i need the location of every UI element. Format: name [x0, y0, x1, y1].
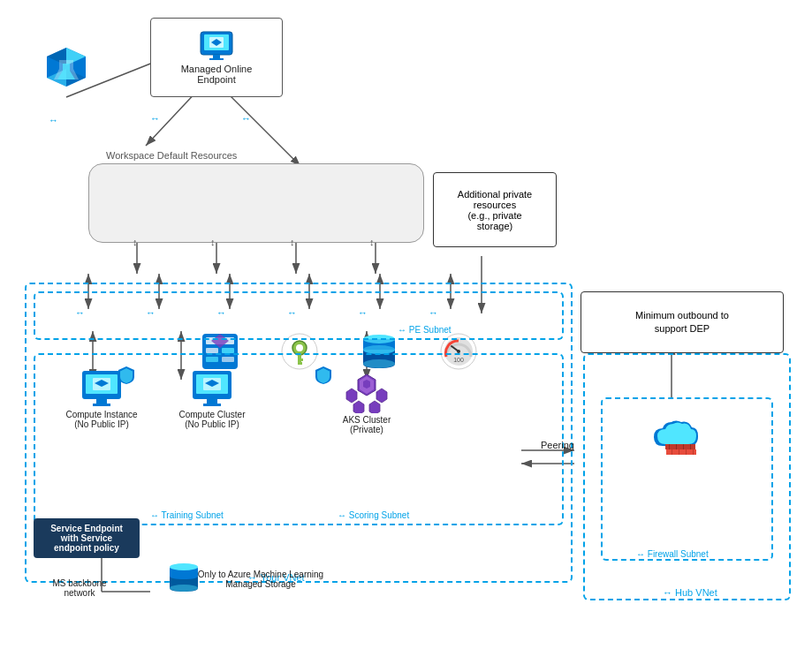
- svg-rect-68: [207, 399, 217, 404]
- service-endpoint-box: Service Endpoint with Service endpoint p…: [34, 518, 140, 558]
- additional-private-box: Additional private resources (e.g., priv…: [433, 172, 557, 247]
- svg-rect-63: [93, 404, 110, 406]
- ep-arrow-1: ↔: [150, 113, 160, 124]
- azure-ml-icon: [43, 44, 89, 90]
- aks-icon: [343, 371, 391, 413]
- ep-arrow-3: ↔: [49, 115, 58, 125]
- svg-rect-87: [666, 449, 696, 455]
- service-endpoint-label: Service Endpoint with Service endpoint p…: [50, 524, 123, 553]
- ms-backbone-label: MS backbone network: [44, 578, 115, 598]
- svg-rect-86: [690, 444, 691, 449]
- compute-cluster-container: Compute Cluster (No Public IP): [172, 369, 252, 429]
- ws-arrow-4: ↕: [369, 237, 375, 247]
- aks-cluster-container: AKS Cluster (Private): [327, 371, 406, 434]
- pe-subnet-dashed: [34, 291, 564, 340]
- minimum-outbound-label: Minimum outbound to support DEP: [635, 309, 729, 336]
- svg-rect-88: [672, 449, 672, 455]
- aks-cluster-label: AKS Cluster (Private): [343, 415, 391, 434]
- ws-arrow-2: ↕: [210, 237, 216, 247]
- svg-rect-89: [679, 449, 679, 455]
- peering-label: Peering: [541, 440, 574, 450]
- compute-instance-container: Compute Instance (No Public IP): [62, 369, 141, 429]
- workspace-rounded-box: 100: [88, 163, 424, 243]
- ws-arrow-1: ↕: [133, 237, 138, 247]
- additional-private-label: Additional private resources (e.g., priv…: [458, 189, 532, 231]
- svg-marker-78: [369, 401, 380, 413]
- pe-arrow-3: ↔: [216, 307, 226, 318]
- svg-rect-90: [686, 449, 687, 455]
- svg-rect-29: [209, 58, 224, 60]
- endpoint-icon: [199, 30, 234, 62]
- ep-arrow-2: ↔: [241, 113, 251, 124]
- svg-rect-85: [683, 444, 684, 449]
- svg-rect-69: [203, 404, 221, 406]
- diagram: Managed Online Endpoint Workspace Defaul…: [0, 0, 812, 649]
- svg-marker-76: [376, 389, 387, 403]
- firewall-icon: [649, 415, 711, 464]
- svg-marker-75: [346, 389, 357, 403]
- pe-arrow-2: ↔: [146, 307, 156, 318]
- svg-marker-74: [363, 380, 370, 389]
- svg-rect-84: [676, 444, 677, 449]
- pe-arrow-1: ↔: [75, 307, 85, 318]
- compute-cluster-icon: [191, 369, 233, 408]
- firewall-icon-container: [645, 415, 716, 464]
- workspace-default-label: Workspace Default Resources: [106, 150, 237, 161]
- managed-online-endpoint-label: Managed Online Endpoint: [181, 64, 253, 85]
- azure-ml-icon-container: [31, 44, 102, 90]
- only-to-azure-label: Only to Azure Machine Learning Managed S…: [190, 570, 331, 589]
- svg-rect-62: [96, 399, 107, 404]
- shield-icon-ci: [117, 365, 136, 384]
- svg-rect-83: [669, 444, 670, 449]
- pe-arrow-5: ↔: [358, 307, 368, 318]
- svg-rect-28: [213, 55, 220, 58]
- hub-vnet-label: ↔ Hub VNet: [663, 587, 717, 598]
- pe-arrow-6: ↔: [429, 307, 438, 318]
- compute-instance-label: Compute Instance (No Public IP): [65, 410, 137, 429]
- minimum-outbound-box: Minimum outbound to support DEP: [581, 291, 784, 353]
- compute-cluster-label: Compute Cluster (No Public IP): [178, 410, 245, 429]
- managed-online-endpoint-box: Managed Online Endpoint: [150, 18, 283, 97]
- svg-rect-91: [693, 449, 694, 455]
- ws-arrow-3: ↕: [290, 237, 295, 247]
- firewall-subnet-label: ↔ Firewall Subnet: [636, 549, 709, 559]
- svg-marker-77: [353, 401, 364, 413]
- pe-arrow-4: ↔: [287, 307, 297, 318]
